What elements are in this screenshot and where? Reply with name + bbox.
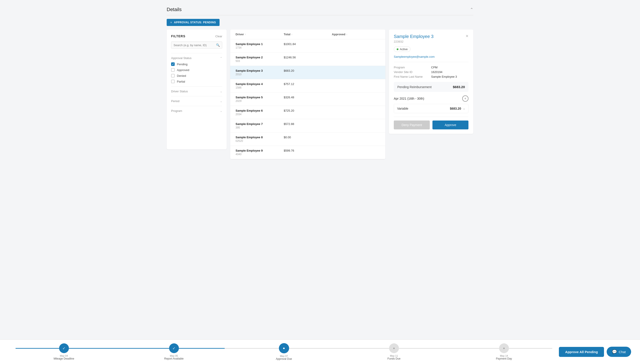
approval-due-date: May 07 (280, 355, 288, 357)
payment-day-label: Payment Day (496, 357, 512, 360)
bottom-bar: ✓ May 04 Mileage Deadline ✓ May 05 Repor… (0, 339, 640, 364)
filter-tags-row: × APPROVAL STATUS: PENDING (167, 19, 473, 26)
details-header: Details ⌃ (167, 4, 473, 15)
report-available-circle: ✓ (169, 343, 179, 353)
total-cell: $0.00 (284, 136, 332, 142)
table-row[interactable]: Sample Employee 4 1586 $757.12 (230, 79, 385, 92)
pending-reimbursement-row: Pending Reimbursement $683.20 (394, 82, 469, 92)
approved-cell (332, 149, 380, 156)
mileage-deadline-date: May 04 (60, 354, 68, 357)
total-cell: $683.20 (284, 69, 332, 76)
funds-due-label: Funds Due (387, 357, 400, 360)
approval-status-options: ✓ Pending Approved Denied Partial (171, 62, 222, 83)
filter-section-driver-status-header[interactable]: Driver Status ⌄ (171, 90, 222, 93)
employee-cell: Sample Employee 5 2029 (236, 96, 284, 102)
pending-reimbursement-label: Pending Reimbursement (397, 85, 432, 89)
partial-checkbox[interactable] (171, 80, 175, 83)
search-input[interactable] (173, 44, 216, 47)
filter-option-denied[interactable]: Denied (171, 74, 222, 78)
detail-email[interactable]: Sampleemployee@sample.com (394, 55, 469, 62)
filter-option-partial[interactable]: Partial (171, 80, 222, 83)
period-row: Apr 2021 (16th - 30th) + (394, 96, 469, 102)
approved-cell (332, 136, 380, 142)
total-cell: $572.88 (284, 122, 332, 129)
detail-employee-name: Sample Employee 3 (394, 34, 434, 39)
driver-sort-icon[interactable]: ↕ (245, 33, 246, 36)
variable-label: Variable (397, 107, 408, 110)
filter-section-driver-status: Driver Status ⌄ (171, 86, 222, 96)
timeline-step-mileage-deadline: ✓ May 04 Mileage Deadline (9, 343, 119, 360)
deny-payment-button[interactable]: Deny Payment (394, 120, 430, 130)
pending-label: Pending (177, 62, 187, 66)
search-box[interactable]: 🔍 (171, 42, 222, 48)
driver-status-arrow-icon: ⌄ (220, 90, 222, 93)
approved-cell (332, 42, 380, 49)
employee-cell: Sample Employee 7 395 (236, 122, 284, 129)
collapse-icon[interactable]: ⌃ (470, 7, 473, 12)
filter-section-period-header[interactable]: Period ⌄ (171, 100, 222, 103)
approval-status-collapse-icon: ⌃ (220, 56, 222, 60)
status-badge: Active (394, 46, 410, 52)
period-filter-label: Period (171, 100, 179, 103)
table-row[interactable]: Sample Employee 8 02520 $0.00 (230, 132, 385, 146)
detail-close-button[interactable]: ✕ (466, 34, 469, 38)
variable-amount: $683.20 ⌄ (450, 107, 465, 110)
detail-info-grid: Program CPM Vendor Site ID 1620194 First… (394, 66, 469, 78)
employee-table: Driver ↕ Total ↕ Approved ↕ Sample Emplo… (230, 30, 385, 159)
approve-all-pending-button[interactable]: Approve All Pending (559, 347, 604, 357)
filter-tag-remove-icon[interactable]: × (170, 21, 172, 24)
approved-label: Approved (177, 68, 189, 72)
table-header: Driver ↕ Total ↕ Approved ↕ (230, 30, 385, 39)
period-add-button[interactable]: + (462, 96, 469, 102)
approved-cell (332, 82, 380, 89)
filter-section-period: Period ⌄ (171, 96, 222, 106)
period-label: Apr 2021 (16th - 30th) (394, 97, 424, 100)
denied-checkbox[interactable] (171, 74, 175, 78)
page-title: Details (167, 7, 181, 12)
partial-label: Partial (177, 80, 185, 83)
chat-button[interactable]: 💬 Chat (607, 347, 631, 357)
total-cell: $725.20 (284, 109, 332, 116)
first-name-last-name-label: First Name Last Name (394, 75, 431, 78)
chat-icon: 💬 (612, 349, 617, 354)
table-body: Sample Employee 1 1734 $1001.84 Sample E… (230, 39, 385, 159)
pending-checkbox[interactable]: ✓ (171, 62, 175, 66)
driver-status-label: Driver Status (171, 90, 188, 93)
employee-cell: Sample Employee 2 503 (236, 56, 284, 62)
filter-section-program-header[interactable]: Program ⌄ (171, 109, 222, 112)
table-row[interactable]: Sample Employee 5 2029 $326.48 (230, 92, 385, 106)
total-sort-icon[interactable]: ↕ (291, 33, 292, 36)
variable-amount-value: $683.20 (450, 107, 461, 110)
payment-day-circle: ● (499, 343, 509, 353)
variable-dropdown-icon[interactable]: ⌄ (463, 107, 465, 110)
table-row[interactable]: Sample Employee 3 2010 $683.20 (230, 66, 385, 79)
filter-tag-label: APPROVAL STATUS: PENDING (174, 21, 216, 24)
table-row[interactable]: Sample Employee 9 4040 $599.76 (230, 146, 385, 159)
table-row[interactable]: Sample Employee 7 395 $572.88 (230, 119, 385, 132)
filters-panel: FILTERS Clear 🔍 Approval Status ⌃ ✓ (167, 30, 227, 149)
program-arrow-icon: ⌄ (220, 110, 222, 112)
detail-panel-header: Sample Employee 3 ✕ (394, 34, 469, 39)
first-name-last-name-value: Sample Employee 3 (431, 75, 469, 78)
report-available-label: Report Available (164, 357, 183, 360)
table-row[interactable]: Sample Employee 2 503 $1246.56 (230, 52, 385, 66)
filter-option-pending[interactable]: ✓ Pending (171, 62, 222, 66)
employee-cell: Sample Employee 8 02520 (236, 136, 284, 142)
approve-button[interactable]: Approve (433, 120, 469, 130)
chat-label: Chat (619, 350, 626, 354)
employee-cell: Sample Employee 1 1734 (236, 42, 284, 49)
clear-filters-button[interactable]: Clear (215, 34, 222, 38)
mileage-deadline-circle: ✓ (59, 343, 69, 353)
approved-checkbox[interactable] (171, 68, 175, 72)
variable-row[interactable]: Variable $683.20 ⌄ (394, 104, 469, 113)
approved-sort-icon[interactable]: ↕ (346, 33, 347, 36)
table-row[interactable]: Sample Employee 1 1734 $1001.84 (230, 39, 385, 52)
period-arrow-icon: ⌄ (220, 100, 222, 103)
approval-status-filter-tag[interactable]: × APPROVAL STATUS: PENDING (167, 19, 220, 26)
filter-section-approval-status-header[interactable]: Approval Status ⌃ (171, 56, 222, 60)
table-row[interactable]: Sample Employee 6 2034 $725.20 (230, 106, 385, 119)
approved-cell (332, 56, 380, 62)
detail-panel: Sample Employee 3 ✕ 223932 Active Sample… (389, 30, 473, 134)
filter-option-approved[interactable]: Approved (171, 68, 222, 72)
status-label: Active (400, 48, 407, 51)
